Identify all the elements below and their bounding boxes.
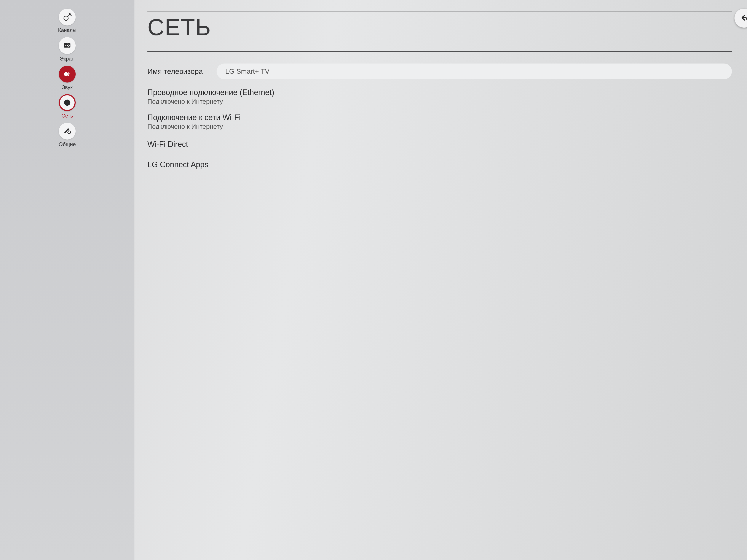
back-icon bbox=[739, 13, 747, 24]
sidebar-item-channels[interactable]: Каналы bbox=[58, 9, 76, 33]
sidebar-item-network[interactable]: Сеть bbox=[59, 94, 76, 119]
sidebar-item-label: Звук bbox=[62, 84, 72, 90]
sidebar-item-screen[interactable]: Экран bbox=[59, 37, 76, 62]
row-wifi-direct[interactable]: Wi-Fi Direct bbox=[148, 134, 732, 155]
settings-screen: Каналы Экран Звук Сеть Общие bbox=[0, 0, 747, 560]
satellite-icon bbox=[59, 9, 76, 26]
network-icon bbox=[59, 94, 76, 111]
sidebar-item-label: Общие bbox=[59, 141, 76, 148]
sidebar: Каналы Экран Звук Сеть Общие bbox=[0, 0, 134, 560]
back-button[interactable] bbox=[735, 9, 747, 28]
sound-icon bbox=[59, 66, 76, 82]
ethernet-title: Проводное подключение (Ethernet) bbox=[148, 88, 732, 97]
svg-point-23 bbox=[68, 131, 71, 134]
page-title: СЕТЬ bbox=[148, 11, 732, 41]
sidebar-item-general[interactable]: Общие bbox=[59, 123, 76, 148]
row-connect-apps[interactable]: LG Connect Apps bbox=[148, 155, 732, 175]
row-ethernet[interactable]: Проводное подключение (Ethernet) Подключ… bbox=[148, 84, 732, 109]
wifi-title: Подключение к сети Wi-Fi bbox=[148, 113, 732, 122]
sidebar-item-label: Сеть bbox=[61, 113, 73, 119]
sidebar-item-label: Экран bbox=[60, 56, 75, 62]
svg-point-2 bbox=[69, 14, 70, 15]
svg-point-12 bbox=[67, 45, 68, 46]
row-tv-name[interactable]: Имя телевизора LG Smart+ TV bbox=[148, 59, 732, 84]
svg-line-1 bbox=[67, 15, 70, 17]
sidebar-item-sound[interactable]: Звук bbox=[59, 66, 76, 90]
settings-icon bbox=[59, 123, 76, 139]
wifi-status: Подключено к Интернету bbox=[148, 123, 732, 130]
tv-name-label: Имя телевизора bbox=[148, 67, 216, 76]
svg-point-14 bbox=[66, 74, 67, 75]
screen-icon bbox=[59, 37, 76, 54]
ethernet-status: Подключено к Интернету bbox=[148, 98, 732, 105]
tv-name-value[interactable]: LG Smart+ TV bbox=[216, 63, 732, 79]
divider bbox=[148, 51, 732, 52]
main-panel: СЕТЬ Имя телевизора LG Smart+ TV Проводн… bbox=[134, 0, 747, 560]
sidebar-item-label: Каналы bbox=[58, 27, 76, 33]
row-wifi[interactable]: Подключение к сети Wi-Fi Подключено к Ин… bbox=[148, 109, 732, 134]
